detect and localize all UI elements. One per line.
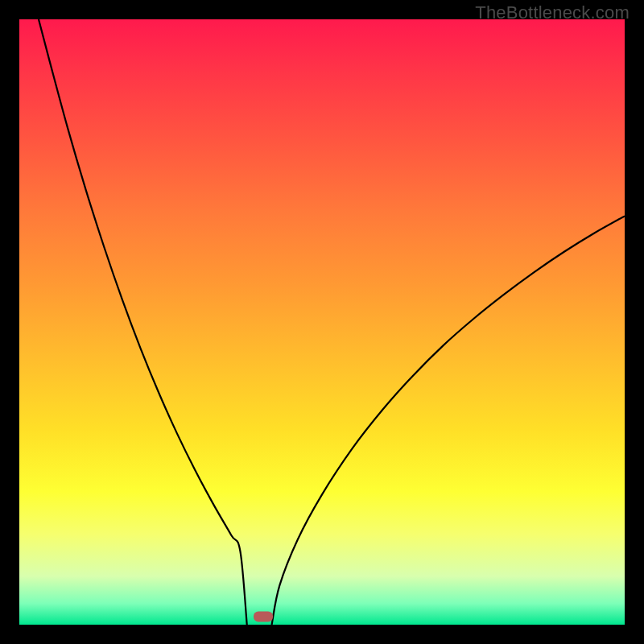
chart-frame: TheBottleneck.com	[0, 0, 644, 644]
plot-area	[19, 19, 625, 625]
watermark-text: TheBottleneck.com	[475, 2, 630, 23]
optimum-marker	[254, 612, 273, 622]
curve-right	[272, 216, 625, 625]
curve-left	[39, 19, 247, 625]
bottleneck-curve	[19, 19, 625, 625]
